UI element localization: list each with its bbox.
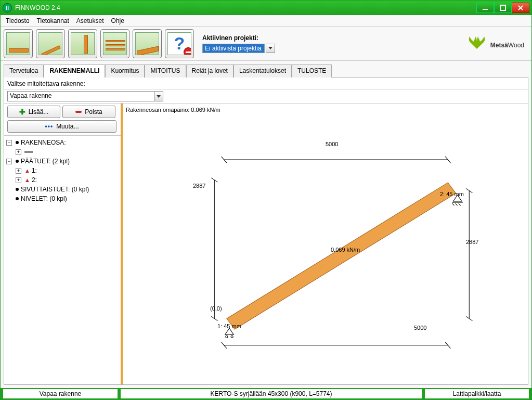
tool-template-5[interactable] [133, 29, 162, 58]
tab-kuormitus[interactable]: Kuormitus [105, 64, 145, 78]
tab-mitoitus[interactable]: MITOITUS [145, 64, 186, 78]
window-title: FINNWOOD 2.4 [15, 4, 476, 11]
selfweight-label: Rakenneosan omapaino: 0.069 kN/m [126, 107, 220, 113]
minimize-button[interactable] [476, 3, 494, 13]
bullet-icon [16, 197, 19, 200]
select-structure-label: Valitse mitoitettava rakenne: [7, 80, 85, 87]
app-icon: fl [3, 3, 12, 12]
brand-text-b: Wood [508, 42, 524, 49]
section-icon [24, 151, 33, 153]
active-project-label: Aktiivinen projekti: [202, 34, 275, 42]
menu-ohje[interactable]: Ohje [108, 16, 127, 25]
load-label: 0.069 kN/m [331, 247, 360, 253]
tab-tuloste[interactable]: TULOSTE [292, 64, 332, 78]
tab-tervetuloa[interactable]: Tervetuloa [4, 64, 44, 78]
stop-icon [184, 47, 191, 55]
model-canvas[interactable]: Rakenneosan omapaino: 0.069 kN/m [123, 104, 528, 384]
dim-right: 2887 [466, 239, 478, 245]
bullet-icon [16, 160, 19, 163]
bullet-icon [16, 188, 19, 191]
structure-select[interactable]: Vapaa rakenne [7, 91, 163, 101]
support2-label: 2: 45 mm [440, 191, 464, 197]
structure-select-value: Vapaa rakenne [8, 92, 154, 101]
svg-point-17 [231, 336, 233, 338]
dim-bottom: 5000 [414, 325, 426, 331]
expand-icon[interactable]: + [16, 177, 21, 183]
menu-tietokannat[interactable]: Tietokannat [34, 16, 72, 25]
tool-help[interactable]: ? [165, 29, 194, 58]
tabbar: Tervetuloa RAKENNEMALLI Kuormitus MITOIT… [4, 64, 528, 78]
brand-logo: MetsäWood [466, 35, 528, 52]
tree-sivuttaistuet[interactable]: SIVUTTAISTUET: (0 kpl) [21, 186, 89, 193]
add-button-label: Lisää... [29, 108, 49, 115]
chevron-down-icon [157, 95, 161, 98]
close-button[interactable] [512, 3, 529, 13]
tree-rakenneosa[interactable]: RAKENNEOSA: [21, 139, 66, 146]
delete-button[interactable]: Poista [62, 106, 115, 118]
svg-line-21 [456, 203, 458, 205]
tool-template-4[interactable] [100, 29, 129, 58]
origin-label: (0,0) [210, 305, 222, 312]
bullet-icon [16, 141, 19, 144]
dots-icon: ••• [45, 123, 54, 130]
expand-icon[interactable]: − [6, 140, 12, 146]
support1-label: 1: 45 mm [217, 323, 241, 329]
expand-icon[interactable]: + [16, 168, 21, 174]
tree-view[interactable]: −RAKENNEOSA: + −PÄÄTUET: (2 kpl) +▲1: +▲… [4, 135, 121, 384]
antler-icon [466, 35, 487, 52]
menubar: Tiedosto Tietokannat Asetukset Ohje [1, 15, 531, 27]
dim-left: 2887 [193, 183, 205, 189]
edit-button[interactable]: •••Muuta... [7, 120, 116, 133]
tool-template-2[interactable] [36, 29, 65, 58]
maximize-button[interactable] [494, 3, 512, 13]
statusbar: Vapaa rakenne KERTO-S syrjällään 45x300 … [1, 388, 531, 399]
dim-top: 5000 [326, 141, 338, 147]
svg-line-22 [459, 203, 461, 205]
status-right: Lattiapalkki/laatta [425, 389, 529, 398]
svg-rect-1 [500, 5, 505, 10]
tool-template-1[interactable] [4, 29, 33, 58]
tree-nivelet[interactable]: NIVELET: (0 kpl) [21, 195, 67, 202]
svg-line-20 [452, 203, 454, 205]
menu-asetukset[interactable]: Asetukset [73, 16, 107, 25]
expand-icon[interactable]: + [16, 149, 21, 155]
tool-template-3[interactable] [68, 29, 97, 58]
status-left: Vapaa rakenne [3, 389, 118, 398]
menu-tiedosto[interactable]: Tiedosto [3, 16, 33, 25]
svg-marker-14 [227, 183, 456, 329]
svg-rect-0 [483, 9, 488, 10]
tab-rakennemalli[interactable]: RAKENNEMALLI [44, 64, 105, 78]
expand-icon[interactable]: − [6, 159, 12, 164]
active-project-dropdown-button[interactable] [266, 44, 275, 53]
minus-icon [75, 111, 82, 113]
sidebar: ✚Lisää... Poista •••Muuta... −RAKENNEOSA… [4, 104, 123, 384]
status-mid: KERTO-S syrjällään 45x300 (k900, L=5774) [121, 389, 422, 398]
delete-button-label: Poista [85, 108, 102, 115]
titlebar: fl FINNWOOD 2.4 [1, 1, 531, 15]
brand-text-a: Metsä [490, 42, 508, 49]
support-icon: ▲ [24, 167, 30, 174]
toolbar: ? Aktiivinen projekti: Ei aktiivista pro… [1, 27, 531, 61]
edit-button-label: Muuta... [56, 123, 79, 130]
chevron-down-icon [268, 47, 273, 49]
plus-icon: ✚ [19, 108, 25, 116]
tree-support-2[interactable]: 2: [32, 176, 37, 184]
tree-support-1[interactable]: 1: [32, 167, 37, 174]
active-project-select[interactable]: Ei aktiivista projektia [202, 44, 265, 53]
tab-laskentatulokset[interactable]: Laskentatulokset [233, 64, 292, 78]
structure-select-arrow[interactable] [154, 92, 163, 101]
tree-paatuet[interactable]: PÄÄTUET: (2 kpl) [21, 158, 70, 165]
add-button[interactable]: ✚Lisää... [7, 106, 60, 118]
svg-point-16 [226, 336, 228, 338]
support-icon: ▲ [24, 177, 30, 183]
tab-reiat-ja-lovet[interactable]: Reiät ja lovet [186, 64, 233, 78]
